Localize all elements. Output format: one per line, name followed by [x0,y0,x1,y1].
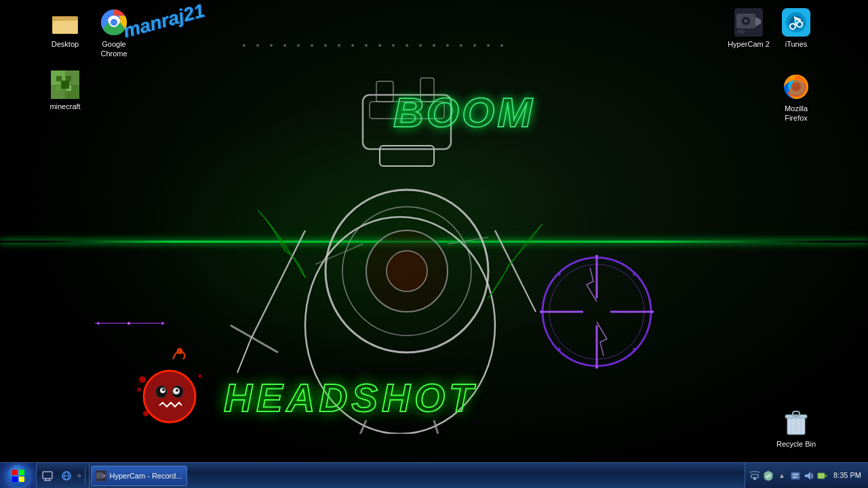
wallpaper: BOOM HEADSHOT [0,0,868,488]
taskbar: » HyperCam - Record... [0,462,868,488]
tray-icon-power[interactable] [817,470,828,481]
svg-point-52 [338,44,340,47]
svg-line-10 [231,325,278,352]
svg-point-26 [651,310,654,313]
svg-point-59 [433,44,435,47]
svg-point-49 [297,44,300,47]
grenade-art [129,346,217,434]
svg-point-44 [198,374,202,378]
desktop-icon-itunes-label: iTunes [774,39,818,49]
svg-point-67 [127,322,130,325]
desktop-icon-minecraft-label: minecraft [43,102,87,111]
svg-point-4 [387,251,427,291]
svg-point-43 [143,411,149,416]
svg-point-32 [558,348,561,350]
tray-icon-security[interactable] [763,470,774,481]
svg-point-27 [595,366,598,369]
desktop-icon-firefox-label: Mozilla Firefox [774,104,818,123]
svg-rect-113 [43,472,52,479]
svg-point-50 [311,44,313,47]
chrome-icon [100,8,128,37]
tray-icon-network[interactable] [749,470,760,481]
svg-line-11 [495,230,522,285]
desktop-icon-desktop-label: Desktop [43,39,87,49]
svg-rect-125 [791,472,800,479]
desktop-icon-firefox[interactable]: Mozilla Firefox [772,70,821,126]
svg-rect-127 [793,476,797,478]
svg-point-66 [97,322,100,325]
hypercam-icon [734,8,763,37]
svg-point-60 [446,44,449,47]
svg-rect-72 [53,21,77,33]
svg-point-29 [633,273,635,276]
itunes-icon [782,8,810,37]
svg-rect-84 [61,81,69,89]
svg-rect-17 [376,81,393,102]
taskbar-app-hypercam-label: HyperCam - Record... [110,472,182,480]
headshot-text: HEADSHOT [224,375,477,420]
desktop-icon-itunes[interactable]: iTunes [772,5,821,52]
quicklaunch-divider [85,467,85,485]
desktop-icon-recycle-bin[interactable]: Recycle Bin [772,405,821,451]
desktop-icon-recycle-bin-label: Recycle Bin [774,439,818,449]
taskbar-quick-launch: » [37,463,90,489]
tray-icon-arrow[interactable]: ▲ [776,470,787,481]
svg-rect-130 [825,475,827,476]
svg-line-14 [434,420,448,434]
svg-point-57 [406,44,408,47]
svg-rect-71 [52,16,63,22]
tray-icon-more[interactable] [790,470,801,481]
svg-rect-112 [19,476,24,482]
desktop-icon-hypercam[interactable]: HyperCam 2 [724,5,773,52]
desktop-icon-chrome-label: Google Chrome [92,39,136,59]
svg-point-53 [351,44,354,47]
ie-button[interactable] [58,467,75,485]
svg-point-55 [378,44,381,47]
svg-point-28 [540,310,542,313]
tray-time: 8:35 PM [831,470,864,480]
start-orb [7,465,29,487]
taskbar-app-hypercam[interactable]: HyperCam - Record... [91,466,187,486]
svg-point-30 [633,348,635,350]
tray-icon-time-block[interactable]: 8:35 PM [831,470,864,481]
svg-line-15 [315,244,363,264]
svg-point-54 [365,44,368,47]
svg-point-40 [176,389,178,392]
svg-point-62 [473,44,476,47]
recycle-bin-icon [782,408,810,436]
svg-point-56 [392,44,395,47]
svg-rect-111 [12,476,18,482]
svg-rect-121 [96,472,103,479]
top-dots [237,41,509,51]
desktop-icon-chrome[interactable]: Google Chrome [90,5,138,62]
tray-icon-volume[interactable] [804,470,814,481]
desktop-folder-icon [51,8,79,37]
svg-point-34 [144,371,195,422]
svg-point-25 [595,255,598,258]
svg-point-76 [111,19,117,26]
svg-rect-126 [793,474,798,475]
desktop-icon-hypercam-label: HyperCam 2 [727,39,770,49]
start-button[interactable] [0,463,37,489]
svg-line-8 [251,230,305,339]
svg-point-51 [324,44,327,47]
desktop-icon-minecraft[interactable]: minecraft [41,68,90,114]
svg-point-47 [270,44,273,47]
show-desktop-button[interactable] [39,467,56,485]
desktop-icon-desktop[interactable]: Desktop [41,5,90,52]
firefox-icon [782,73,810,101]
svg-point-42 [137,388,141,392]
svg-point-33 [177,348,182,354]
boom-text: BOOM [393,88,535,136]
svg-point-90 [744,19,748,23]
svg-rect-109 [12,470,18,475]
svg-point-45 [243,44,245,47]
svg-rect-129 [818,473,825,479]
svg-rect-110 [19,470,24,475]
svg-point-58 [419,44,422,47]
svg-point-64 [500,44,503,47]
svg-point-61 [460,44,462,47]
quicklaunch-expand[interactable]: » [76,472,83,479]
svg-point-68 [161,322,164,325]
svg-point-46 [256,44,259,47]
